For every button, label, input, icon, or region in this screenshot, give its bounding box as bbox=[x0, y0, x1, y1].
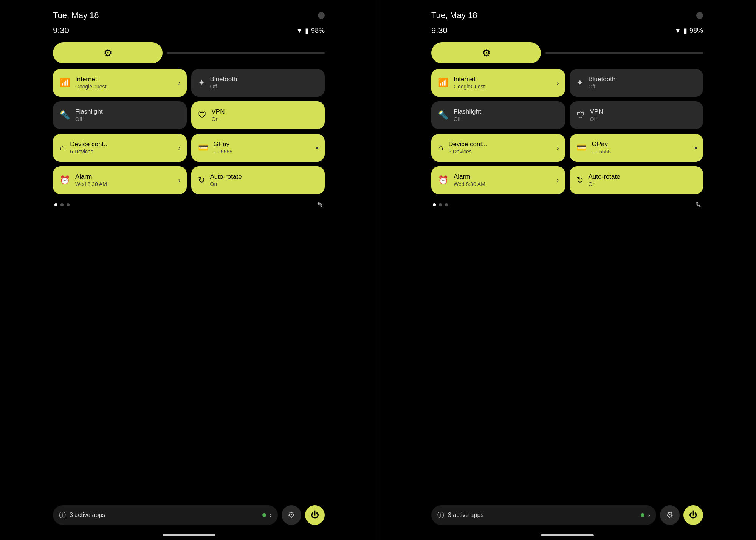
pill-chevron-left: › bbox=[270, 512, 272, 518]
alarm-tile-icon-right: ⏰ bbox=[438, 175, 448, 185]
tile-gpay-right[interactable]: 💳 GPay ···· 5555 ▪ bbox=[570, 134, 703, 162]
active-apps-text-left: 3 active apps bbox=[70, 512, 259, 518]
tiles-grid-right: 📶 Internet GoogleGuest › ✦ Bluetooth Off… bbox=[431, 69, 703, 194]
tile-sub-internet-right: GoogleGuest bbox=[454, 83, 485, 90]
screen-container: Tue, May 18 9:30 ▼ ▮ 98% ⚙ 📶 Interne bbox=[0, 0, 756, 540]
tile-text-device-right: Device cont... 6 Devices bbox=[448, 141, 487, 155]
tile-chevron-internet-left: › bbox=[178, 79, 181, 87]
date-left: Tue, May 18 bbox=[53, 11, 99, 20]
tile-sub-alarm-left: Wed 8:30 AM bbox=[75, 181, 107, 187]
tile-device-control-right[interactable]: ⌂ Device cont... 6 Devices › bbox=[431, 134, 565, 162]
tile-text-internet-right: Internet GoogleGuest bbox=[454, 76, 485, 90]
tile-text-flashlight-left: Flashlight Off bbox=[75, 108, 103, 123]
green-dot-left bbox=[262, 513, 266, 517]
tile-sub-alarm-right: Wed 8:30 AM bbox=[454, 181, 485, 187]
brightness-track-right[interactable] bbox=[545, 52, 703, 54]
tile-label-bluetooth-left: Bluetooth bbox=[210, 76, 237, 83]
autorotate-tile-icon-right: ↻ bbox=[576, 175, 583, 185]
tile-gpay-left[interactable]: 💳 GPay ···· 5555 ▪ bbox=[191, 134, 325, 162]
tile-bluetooth-left[interactable]: ✦ Bluetooth Off bbox=[191, 69, 325, 97]
active-apps-pill-right[interactable]: ⓘ 3 active apps › bbox=[431, 505, 656, 525]
brightness-pill-right[interactable]: ⚙ bbox=[431, 42, 541, 63]
wifi-tile-icon-left: 📶 bbox=[60, 78, 70, 88]
device-tile-icon-right: ⌂ bbox=[438, 143, 443, 153]
tile-flashlight-left[interactable]: 🔦 Flashlight Off bbox=[53, 101, 187, 129]
time-bar-right: 9:30 ▼ ▮ 98% bbox=[431, 24, 703, 42]
time-bar-left: 9:30 ▼ ▮ 98% bbox=[53, 24, 325, 42]
flashlight-tile-icon-right: 🔦 bbox=[438, 110, 448, 120]
wifi-icon-right: ▼ bbox=[674, 27, 681, 35]
power-btn-right[interactable]: ⏻ bbox=[683, 505, 703, 525]
tile-vpn-left[interactable]: 🛡 VPN On bbox=[191, 101, 325, 129]
tile-label-gpay-left: GPay bbox=[214, 141, 233, 148]
power-btn-left[interactable]: ⏻ bbox=[305, 505, 325, 525]
tile-sub-autorotate-left: On bbox=[210, 181, 242, 187]
tile-vpn-right[interactable]: 🛡 VPN Off bbox=[570, 101, 703, 129]
battery-pct-left: 98% bbox=[311, 27, 325, 35]
tile-label-autorotate-right: Auto-rotate bbox=[589, 173, 620, 181]
pagination-dots-right bbox=[433, 203, 448, 206]
active-apps-text-right: 3 active apps bbox=[448, 512, 637, 518]
tile-internet-right[interactable]: 📶 Internet GoogleGuest › bbox=[431, 69, 565, 97]
tile-internet-left[interactable]: 📶 Internet GoogleGuest › bbox=[53, 69, 187, 97]
dot-3-right bbox=[445, 203, 448, 206]
tile-label-gpay-right: GPay bbox=[592, 141, 611, 148]
tile-text-device-left: Device cont... 6 Devices bbox=[70, 141, 109, 155]
settings-icon-right: ⚙ bbox=[666, 510, 674, 520]
brightness-gear-icon-left: ⚙ bbox=[104, 47, 112, 59]
camera-dot-left bbox=[318, 12, 325, 19]
flashlight-tile-icon-left: 🔦 bbox=[60, 110, 70, 120]
settings-btn-right[interactable]: ⚙ bbox=[660, 505, 680, 525]
active-apps-pill-left[interactable]: ⓘ 3 active apps › bbox=[53, 505, 278, 525]
tile-label-device-left: Device cont... bbox=[70, 141, 109, 148]
tile-autorotate-right[interactable]: ↻ Auto-rotate On bbox=[570, 166, 703, 194]
tile-label-vpn-right: VPN bbox=[590, 108, 603, 116]
tile-text-flashlight-right: Flashlight Off bbox=[454, 108, 481, 123]
tile-text-vpn-left: VPN On bbox=[212, 108, 225, 123]
tile-sub-internet-left: GoogleGuest bbox=[75, 83, 107, 90]
autorotate-tile-icon-left: ↻ bbox=[198, 175, 205, 185]
brightness-track-left[interactable] bbox=[167, 52, 325, 54]
settings-btn-left[interactable]: ⚙ bbox=[282, 505, 301, 525]
bottom-bar-right: ⓘ 3 active apps › ⚙ ⏻ bbox=[431, 505, 703, 525]
tile-label-bluetooth-right: Bluetooth bbox=[589, 76, 616, 83]
info-icon-right: ⓘ bbox=[437, 511, 444, 520]
tile-alarm-right[interactable]: ⏰ Alarm Wed 8:30 AM › bbox=[431, 166, 565, 194]
status-icons-left: ▼ ▮ 98% bbox=[296, 26, 325, 35]
tile-text-vpn-right: VPN Off bbox=[590, 108, 603, 123]
tile-text-bluetooth-right: Bluetooth Off bbox=[589, 76, 616, 90]
wifi-tile-icon-right: 📶 bbox=[438, 78, 448, 88]
tile-sub-bluetooth-right: Off bbox=[589, 83, 616, 90]
tile-chevron-internet-right: › bbox=[557, 79, 559, 87]
right-panel: Tue, May 18 9:30 ▼ ▮ 98% ⚙ 📶 Interne bbox=[378, 0, 756, 540]
device-tile-icon-left: ⌂ bbox=[60, 143, 65, 153]
pagination-row-right: ✎ bbox=[431, 200, 703, 209]
left-panel: Tue, May 18 9:30 ▼ ▮ 98% ⚙ 📶 Interne bbox=[0, 0, 378, 540]
tile-label-flashlight-right: Flashlight bbox=[454, 108, 481, 116]
tile-sub-vpn-right: Off bbox=[590, 116, 603, 122]
edit-icon-right[interactable]: ✎ bbox=[695, 200, 702, 209]
tile-text-autorotate-left: Auto-rotate On bbox=[210, 173, 242, 188]
brightness-pill-left[interactable]: ⚙ bbox=[53, 42, 163, 63]
battery-icon-right: ▮ bbox=[683, 26, 687, 35]
bluetooth-tile-icon-right: ✦ bbox=[576, 78, 583, 88]
edit-icon-left[interactable]: ✎ bbox=[317, 200, 323, 209]
tile-sub-autorotate-right: On bbox=[589, 181, 620, 187]
time-right: 9:30 bbox=[431, 26, 448, 36]
tile-bluetooth-right[interactable]: ✦ Bluetooth Off bbox=[570, 69, 703, 97]
brightness-row-left: ⚙ bbox=[53, 42, 325, 63]
tile-device-control-left[interactable]: ⌂ Device cont... 6 Devices › bbox=[53, 134, 187, 162]
tile-text-autorotate-right: Auto-rotate On bbox=[589, 173, 620, 188]
tile-flashlight-right[interactable]: 🔦 Flashlight Off bbox=[431, 101, 565, 129]
tile-sub-bluetooth-left: Off bbox=[210, 83, 237, 90]
tile-label-internet-left: Internet bbox=[75, 76, 107, 83]
dot-1-left bbox=[54, 203, 57, 206]
tile-autorotate-left[interactable]: ↻ Auto-rotate On bbox=[191, 166, 325, 194]
tile-alarm-left[interactable]: ⏰ Alarm Wed 8:30 AM › bbox=[53, 166, 187, 194]
tile-sub-flashlight-left: Off bbox=[75, 116, 103, 122]
pagination-row-left: ✎ bbox=[53, 200, 325, 209]
tile-text-alarm-right: Alarm Wed 8:30 AM bbox=[454, 173, 485, 188]
power-icon-left: ⏻ bbox=[311, 510, 319, 520]
tile-sub-flashlight-right: Off bbox=[454, 116, 481, 122]
status-icons-right: ▼ ▮ 98% bbox=[674, 26, 703, 35]
